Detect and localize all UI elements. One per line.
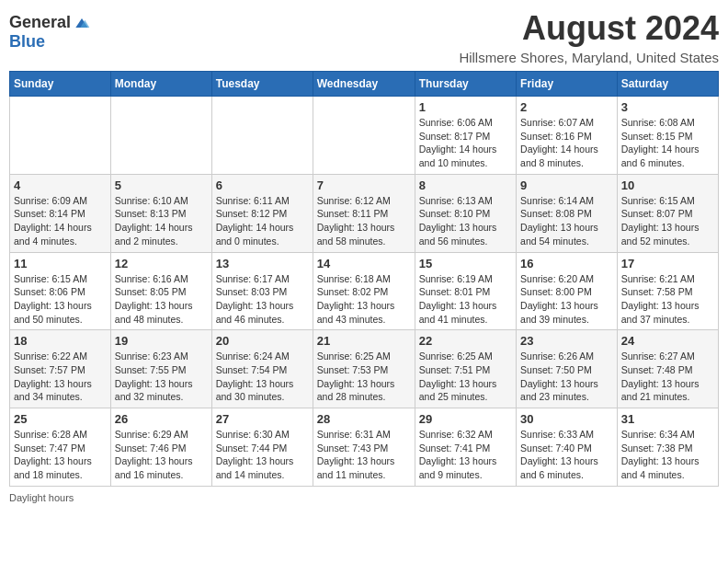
day-number: 8 [419, 178, 512, 192]
calendar-cell: 19Sunrise: 6:23 AM Sunset: 7:55 PM Dayli… [110, 330, 211, 408]
calendar-cell: 17Sunrise: 6:21 AM Sunset: 7:58 PM Dayli… [617, 252, 718, 330]
calendar-cell: 10Sunrise: 6:15 AM Sunset: 8:07 PM Dayli… [617, 174, 718, 252]
calendar-cell: 6Sunrise: 6:11 AM Sunset: 8:12 PM Daylig… [211, 174, 313, 252]
day-number: 4 [14, 178, 107, 192]
day-info: Sunrise: 6:16 AM Sunset: 8:05 PM Dayligh… [115, 272, 208, 327]
calendar-cell [211, 97, 313, 175]
calendar-cell: 7Sunrise: 6:12 AM Sunset: 8:11 PM Daylig… [313, 174, 415, 252]
day-number: 21 [317, 334, 411, 348]
calendar-cell: 16Sunrise: 6:20 AM Sunset: 8:00 PM Dayli… [517, 252, 618, 330]
weekday-header-wednesday: Wednesday [313, 72, 415, 97]
day-info: Sunrise: 6:32 AM Sunset: 7:41 PM Dayligh… [419, 428, 512, 482]
day-number: 14 [317, 257, 411, 270]
weekday-header-sunday: Sunday [10, 72, 111, 97]
calendar-week-1: 1Sunrise: 6:06 AM Sunset: 8:17 PM Daylig… [10, 97, 719, 175]
day-info: Sunrise: 6:14 AM Sunset: 8:08 PM Dayligh… [520, 194, 613, 248]
calendar-cell: 14Sunrise: 6:18 AM Sunset: 8:02 PM Dayli… [313, 252, 415, 330]
logo: General Blue [9, 13, 91, 52]
title-section: August 2024 Hillsmere Shores, Maryland, … [459, 9, 719, 65]
calendar-week-2: 4Sunrise: 6:09 AM Sunset: 8:14 PM Daylig… [10, 174, 719, 252]
calendar-cell: 21Sunrise: 6:25 AM Sunset: 7:53 PM Dayli… [313, 330, 415, 408]
page-header: General Blue August 2024 Hillsmere Shore… [9, 9, 719, 65]
day-number: 10 [621, 178, 714, 192]
day-number: 17 [621, 257, 714, 270]
day-number: 31 [621, 412, 714, 426]
calendar-cell: 11Sunrise: 6:15 AM Sunset: 8:06 PM Dayli… [10, 252, 111, 330]
calendar-week-4: 18Sunrise: 6:22 AM Sunset: 7:57 PM Dayli… [10, 330, 719, 408]
calendar-cell: 27Sunrise: 6:30 AM Sunset: 7:44 PM Dayli… [211, 408, 313, 487]
day-info: Sunrise: 6:25 AM Sunset: 7:53 PM Dayligh… [317, 350, 411, 404]
day-number: 20 [216, 334, 309, 348]
calendar-cell: 25Sunrise: 6:28 AM Sunset: 7:47 PM Dayli… [10, 408, 111, 487]
day-info: Sunrise: 6:25 AM Sunset: 7:51 PM Dayligh… [419, 350, 512, 404]
day-number: 11 [14, 257, 107, 270]
day-info: Sunrise: 6:31 AM Sunset: 7:43 PM Dayligh… [317, 428, 411, 482]
calendar-table: SundayMondayTuesdayWednesdayThursdayFrid… [9, 71, 719, 487]
calendar-cell: 15Sunrise: 6:19 AM Sunset: 8:01 PM Dayli… [415, 252, 516, 330]
location-title: Hillsmere Shores, Maryland, United State… [459, 50, 719, 65]
day-number: 22 [419, 334, 512, 348]
day-number: 30 [520, 412, 613, 426]
calendar-cell: 31Sunrise: 6:34 AM Sunset: 7:38 PM Dayli… [617, 408, 718, 487]
calendar-cell [313, 97, 415, 175]
day-info: Sunrise: 6:28 AM Sunset: 7:47 PM Dayligh… [14, 428, 107, 482]
day-info: Sunrise: 6:19 AM Sunset: 8:01 PM Dayligh… [419, 272, 512, 327]
day-info: Sunrise: 6:20 AM Sunset: 8:00 PM Dayligh… [520, 272, 613, 327]
footer-note: Daylight hours [9, 492, 719, 503]
day-info: Sunrise: 6:30 AM Sunset: 7:44 PM Dayligh… [216, 428, 309, 482]
day-number: 2 [520, 100, 613, 114]
day-number: 25 [14, 412, 107, 426]
day-number: 6 [216, 178, 309, 192]
day-number: 23 [520, 334, 613, 348]
calendar-cell: 2Sunrise: 6:07 AM Sunset: 8:16 PM Daylig… [517, 97, 618, 175]
weekday-header-saturday: Saturday [617, 72, 718, 97]
day-number: 9 [520, 178, 613, 192]
day-info: Sunrise: 6:23 AM Sunset: 7:55 PM Dayligh… [115, 350, 208, 404]
day-info: Sunrise: 6:33 AM Sunset: 7:40 PM Dayligh… [520, 428, 613, 482]
weekday-header-tuesday: Tuesday [211, 72, 313, 97]
calendar-cell: 1Sunrise: 6:06 AM Sunset: 8:17 PM Daylig… [415, 97, 516, 175]
calendar-cell: 18Sunrise: 6:22 AM Sunset: 7:57 PM Dayli… [10, 330, 111, 408]
day-number: 27 [216, 412, 309, 426]
day-info: Sunrise: 6:34 AM Sunset: 7:38 PM Dayligh… [621, 428, 714, 482]
day-info: Sunrise: 6:26 AM Sunset: 7:50 PM Dayligh… [520, 350, 613, 404]
logo-blue: Blue [9, 32, 45, 52]
calendar-cell: 5Sunrise: 6:10 AM Sunset: 8:13 PM Daylig… [110, 174, 211, 252]
calendar-cell: 24Sunrise: 6:27 AM Sunset: 7:48 PM Dayli… [617, 330, 718, 408]
weekday-header-thursday: Thursday [415, 72, 516, 97]
day-number: 5 [115, 178, 208, 192]
day-info: Sunrise: 6:08 AM Sunset: 8:15 PM Dayligh… [621, 116, 714, 170]
day-number: 19 [115, 334, 208, 348]
day-info: Sunrise: 6:17 AM Sunset: 8:03 PM Dayligh… [216, 272, 309, 327]
day-info: Sunrise: 6:29 AM Sunset: 7:46 PM Dayligh… [115, 428, 208, 482]
day-number: 1 [419, 100, 512, 114]
calendar-cell [110, 97, 211, 175]
calendar-cell: 29Sunrise: 6:32 AM Sunset: 7:41 PM Dayli… [415, 408, 516, 487]
calendar-week-3: 11Sunrise: 6:15 AM Sunset: 8:06 PM Dayli… [10, 252, 719, 330]
calendar-cell: 20Sunrise: 6:24 AM Sunset: 7:54 PM Dayli… [211, 330, 313, 408]
weekday-header-friday: Friday [517, 72, 618, 97]
logo-general: General [9, 13, 71, 32]
day-number: 7 [317, 178, 411, 192]
day-info: Sunrise: 6:07 AM Sunset: 8:16 PM Dayligh… [520, 116, 613, 170]
day-number: 3 [621, 100, 714, 114]
weekday-header-row: SundayMondayTuesdayWednesdayThursdayFrid… [10, 72, 719, 97]
day-number: 18 [14, 334, 107, 348]
day-info: Sunrise: 6:12 AM Sunset: 8:11 PM Dayligh… [317, 194, 411, 248]
day-number: 24 [621, 334, 714, 348]
day-number: 16 [520, 257, 613, 270]
calendar-cell: 23Sunrise: 6:26 AM Sunset: 7:50 PM Dayli… [517, 330, 618, 408]
logo-icon [73, 14, 91, 32]
day-number: 12 [115, 257, 208, 270]
day-number: 13 [216, 257, 309, 270]
calendar-cell: 4Sunrise: 6:09 AM Sunset: 8:14 PM Daylig… [10, 174, 111, 252]
day-number: 26 [115, 412, 208, 426]
day-info: Sunrise: 6:22 AM Sunset: 7:57 PM Dayligh… [14, 350, 107, 404]
day-number: 28 [317, 412, 411, 426]
day-info: Sunrise: 6:15 AM Sunset: 8:07 PM Dayligh… [621, 194, 714, 248]
calendar-cell: 26Sunrise: 6:29 AM Sunset: 7:46 PM Dayli… [110, 408, 211, 487]
day-info: Sunrise: 6:24 AM Sunset: 7:54 PM Dayligh… [216, 350, 309, 404]
calendar-week-5: 25Sunrise: 6:28 AM Sunset: 7:47 PM Dayli… [10, 408, 719, 487]
day-info: Sunrise: 6:21 AM Sunset: 7:58 PM Dayligh… [621, 272, 714, 327]
day-info: Sunrise: 6:15 AM Sunset: 8:06 PM Dayligh… [14, 272, 107, 327]
